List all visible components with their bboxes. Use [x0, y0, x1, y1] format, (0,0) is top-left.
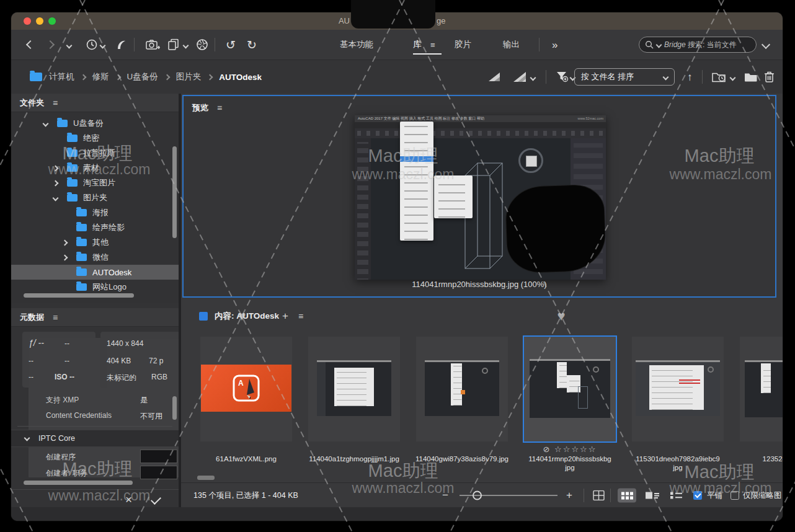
- view-as-details-button[interactable]: [645, 491, 660, 500]
- thumbnail-filename: 114040a1tzghmogpjjjjm1.jpg: [303, 454, 405, 463]
- preview-panel-header[interactable]: 预览 ≡: [184, 99, 775, 117]
- tab-essentials[interactable]: 基本功能: [340, 39, 373, 50]
- tree-item[interactable]: 拉普拉斯: [11, 146, 179, 161]
- preview-panel-menu-icon[interactable]: ≡: [217, 103, 222, 113]
- tree-item[interactable]: 绘声绘影: [11, 220, 179, 235]
- tree-item-usb[interactable]: U盘备份: [11, 116, 179, 131]
- thumbnail-image[interactable]: [425, 360, 499, 416]
- thumbnail-quality-icon[interactable]: [487, 72, 501, 82]
- open-recent-dropdown-icon[interactable]: [731, 71, 735, 82]
- thumbnail-cell[interactable]: [740, 337, 783, 441]
- metadata-vertical-scrollbar[interactable]: [172, 396, 177, 420]
- content-credentials-label: Content Credentials: [46, 411, 112, 420]
- acad-tool-palette: [355, 138, 371, 280]
- metadata-apply-icon[interactable]: [151, 494, 161, 505]
- zoom-in-icon[interactable]: +: [566, 489, 572, 502]
- tree-item[interactable]: 海报: [11, 205, 179, 220]
- creator-tool-field[interactable]: [140, 450, 177, 463]
- thumbnail-cell[interactable]: [308, 337, 400, 441]
- thumbnail-cell[interactable]: [632, 337, 724, 441]
- rating-stars[interactable]: ⊘ ☆☆☆☆☆: [524, 445, 616, 454]
- iptc-core-section[interactable]: IPTC Core: [11, 430, 179, 447]
- thumbnail-image[interactable]: [317, 360, 391, 416]
- forward-icon[interactable]: [47, 39, 53, 50]
- history-icon[interactable]: [86, 38, 98, 51]
- thumbnail-image[interactable]: [530, 359, 610, 418]
- rotate-right-icon[interactable]: ↻: [247, 39, 257, 51]
- copy-files-icon[interactable]: [167, 39, 180, 51]
- zoom-out-icon[interactable]: −: [442, 489, 448, 502]
- workspace-overflow-icon[interactable]: »: [552, 40, 557, 50]
- view-as-list-button[interactable]: [670, 492, 683, 500]
- preview-quality-icon[interactable]: [512, 71, 528, 82]
- close-window-button[interactable]: [24, 17, 31, 25]
- search-input[interactable]: Bridge 搜索: 当前文件: [639, 37, 757, 53]
- creator-job-field[interactable]: [140, 466, 177, 479]
- decor: [578, 386, 588, 409]
- search-options-chevron-icon[interactable]: [763, 39, 769, 50]
- minimize-window-button[interactable]: [36, 17, 43, 25]
- thumbnail-image[interactable]: [636, 360, 720, 416]
- back-icon[interactable]: [27, 39, 33, 50]
- tab-filmstrip[interactable]: 胶片: [455, 39, 471, 50]
- sort-direction-icon[interactable]: ↑: [687, 72, 693, 82]
- thumbnail-cell[interactable]: [416, 337, 508, 441]
- tree-item[interactable]: 绝密: [11, 131, 179, 146]
- content-credentials-value: 不可用: [140, 411, 162, 422]
- metadata-panel-menu-icon[interactable]: ≡: [53, 313, 58, 322]
- metadata-horizontal-scrollbar[interactable]: [24, 481, 133, 485]
- breadcrumb-current[interactable]: AUTOdesk: [219, 73, 262, 82]
- thumbnail-image[interactable]: [745, 360, 783, 417]
- folders-vertical-scrollbar[interactable]: [172, 146, 177, 238]
- copy-files-dropdown-icon[interactable]: [184, 39, 188, 50]
- folders-panel-header[interactable]: 文件夹 ≡: [11, 94, 179, 112]
- lock-grid-icon[interactable]: [593, 490, 605, 501]
- sort-select[interactable]: 按 文件名 排序: [574, 68, 675, 86]
- breadcrumb-pictures[interactable]: 图片夹: [176, 71, 202, 82]
- content-add-icon[interactable]: +: [282, 310, 288, 322]
- refine-icon[interactable]: [196, 38, 208, 51]
- view-as-thumbnails-button[interactable]: [618, 489, 636, 503]
- breadcrumb-user[interactable]: 修斯: [92, 71, 109, 82]
- rotate-left-icon[interactable]: ↺: [226, 39, 236, 51]
- window-bottom-edge: [11, 507, 783, 521]
- tab-output[interactable]: 输出: [503, 39, 520, 50]
- content-horizontal-scrollbar[interactable]: [197, 476, 215, 480]
- content-panel-menu-icon[interactable]: ≡: [298, 311, 303, 321]
- nav-dropdown-icon[interactable]: [67, 39, 71, 50]
- get-photos-icon[interactable]: [145, 38, 160, 51]
- folders-horizontal-scrollbar[interactable]: [24, 293, 134, 298]
- thumbnail-image[interactable]: A: [201, 365, 291, 412]
- tree-item[interactable]: 淘宝图片: [11, 175, 179, 190]
- thumbnail-cell[interactable]: A: [200, 337, 292, 441]
- tab-libraries-menu-icon[interactable]: ≡: [430, 40, 435, 50]
- tree-item[interactable]: 素材: [11, 161, 179, 175]
- trash-icon[interactable]: [764, 71, 775, 83]
- quality-dropdown-icon[interactable]: [531, 71, 535, 82]
- breadcrumb-computer[interactable]: 计算机: [49, 71, 74, 82]
- tree-item[interactable]: 其他: [11, 235, 179, 250]
- decor: [334, 368, 374, 406]
- tile-checkbox[interactable]: [693, 491, 702, 500]
- tree-item[interactable]: 网站Logo: [11, 280, 179, 295]
- thumbnails-only-checkbox[interactable]: [731, 491, 739, 500]
- history-dropdown-icon[interactable]: [100, 39, 105, 50]
- open-recent-icon[interactable]: [712, 71, 727, 83]
- search-scope-chevron-icon[interactable]: [656, 42, 662, 48]
- pathbar-divider: [546, 70, 546, 84]
- tree-item[interactable]: 微信: [11, 250, 179, 265]
- filter-icon[interactable]: [556, 71, 569, 83]
- tree-item-pictures[interactable]: 图片夹: [11, 190, 179, 205]
- folders-panel-menu-icon[interactable]: ≡: [53, 98, 58, 108]
- new-folder-icon[interactable]: [744, 72, 757, 82]
- tree-item-autodesk-selected[interactable]: AUTOdesk: [11, 265, 179, 280]
- metadata-panel-header[interactable]: 元数据 ≡: [11, 308, 179, 327]
- zoom-slider-handle[interactable]: [473, 491, 482, 500]
- metadata-cancel-icon[interactable]: ×: [125, 493, 132, 507]
- breadcrumb-usb[interactable]: U盘备份: [127, 71, 158, 82]
- preview-image[interactable]: AutoCAD 2017 文件 编辑 视图 插入 格式 工具 绘图 标注 修改 …: [355, 115, 606, 280]
- tab-libraries[interactable]: 库: [413, 39, 422, 50]
- thumbnail-cell-selected[interactable]: [523, 335, 617, 443]
- boomerang-icon[interactable]: [115, 38, 127, 51]
- zoom-window-button[interactable]: [48, 17, 56, 25]
